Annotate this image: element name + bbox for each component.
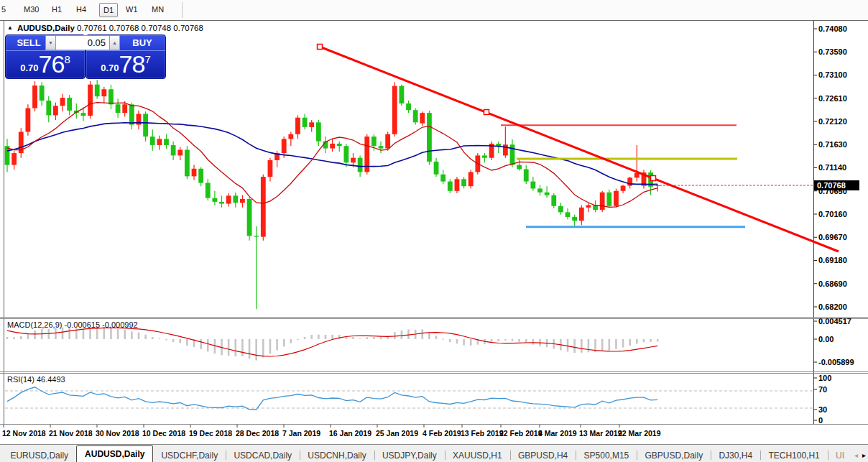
tabs-scroll-left-icon[interactable]: ◂ [854, 451, 858, 459]
date-axis-label: 7 Jan 2019 [282, 429, 320, 438]
date-axis-label: 13 Feb 2019 [461, 429, 504, 438]
chart-tab-USDCAD-Daily[interactable]: USDCAD,Daily [226, 448, 300, 462]
chart-tab-USDCHF-Daily[interactable]: USDCHF,Daily [153, 448, 226, 462]
bid-price-prefix: 0.70 [20, 63, 38, 73]
rsi-axis-label: 0 [818, 416, 823, 425]
bid-price-big: 76 [39, 52, 65, 76]
lot-size-spinner: ▼ 0.05 ▲ [45, 35, 120, 50]
date-axis-label: 22 Mar 2019 [618, 429, 661, 438]
descending-trendline[interactable] [320, 47, 839, 251]
sell-button-label: SELL [9, 35, 49, 50]
macd-label: MACD(12,26,9) -0.000615 -0.000992 [7, 320, 138, 329]
candlestick-series [5, 80, 660, 309]
date-axis-label: 22 Feb 2019 [499, 429, 542, 438]
price-axis-label: 0.73590 [818, 47, 847, 56]
date-axis-label: 28 Dec 2018 [236, 429, 279, 438]
chart-ohlc-values: 0.70761 0.70768 0.70748 0.70768 [77, 24, 203, 32]
rsi-axis-label: 100 [818, 374, 831, 382]
date-axis-label: 12 Nov 2018 [2, 429, 46, 438]
lot-size-input[interactable]: 0.05 [56, 35, 109, 50]
bid-price-pipette: 8 [64, 53, 70, 65]
chart-tab-USDCNH-Daily[interactable]: USDCNH,Daily [300, 448, 374, 462]
chart-tab-bar: EURUSD,DailyAUDUSD,DailyUSDCHF,DailyUSDC… [0, 444, 868, 462]
chart-tab-XAUUSD-H1[interactable]: XAUUSD,H1 [445, 448, 510, 462]
date-axis-label: 25 Jan 2019 [376, 429, 418, 438]
price-axis-label: 0.70160 [818, 210, 847, 218]
trendline-handle[interactable] [651, 176, 656, 181]
macd-axis-label: 0.004517 [818, 317, 851, 325]
trendline-handle[interactable] [318, 45, 323, 50]
ma-slow-line [7, 123, 657, 185]
trendline-handle[interactable] [484, 110, 489, 115]
date-axis-label: 4 Mar 2019 [538, 429, 577, 438]
date-axis-label: 4 Feb 2019 [423, 429, 461, 438]
date-axis-label: 19 Dec 2018 [189, 429, 232, 438]
date-axis-label: 13 Mar 2019 [579, 429, 622, 438]
rsi-axis-label: 70 [818, 385, 827, 394]
lot-increase-button[interactable]: ▲ [109, 35, 120, 50]
collapse-panel-icon[interactable]: ▲ [7, 24, 13, 31]
price-axis-label: 0.71630 [818, 140, 847, 149]
date-axis-label: 10 Dec 2018 [142, 429, 185, 438]
rsi-line [7, 387, 657, 410]
chart-tab-AUDUSD-Daily[interactable]: AUDUSD,Daily [76, 445, 153, 462]
ask-price-prefix: 0.70 [101, 63, 119, 73]
macd-axis-label: 0.00 [818, 335, 834, 343]
date-axis-label: 16 Jan 2019 [329, 429, 371, 438]
chart-tab-SP500-M15[interactable]: SP500,M15 [576, 448, 637, 462]
price-axis-label: 0.69180 [818, 256, 847, 264]
ask-price: 0.70 78 7 [86, 50, 165, 78]
axis-tick-marks [4, 29, 817, 428]
chart-tab-GBPUSD-Daily[interactable]: GBPUSD,Daily [637, 448, 711, 462]
rsi-label: RSI(14) 46.4493 [7, 375, 65, 384]
ask-price-big: 78 [119, 52, 145, 76]
current-price-tag: 0.70768 [814, 180, 859, 190]
price-axis-label: 0.71140 [818, 163, 846, 172]
ma-fast-line [7, 103, 657, 208]
price-axis-label: 0.68200 [818, 302, 847, 311]
chart-tab-EURUSD-Daily[interactable]: EURUSD,Daily [2, 448, 76, 462]
price-axis-label: 0.69670 [818, 233, 847, 241]
chart-tab-USDJPY-Daily[interactable]: USDJPY,Daily [374, 448, 445, 462]
macd-axis-label: -0.005899 [818, 358, 854, 366]
chart-tab-TECH100-H1[interactable]: TECH100,H1 [760, 448, 827, 462]
tabs-scroll-right-icon[interactable]: ▸ [862, 451, 866, 459]
price-axis-label: 0.68690 [818, 279, 847, 288]
date-axis-label: 30 Nov 2018 [96, 429, 139, 438]
buy-button-label: BUY [122, 35, 162, 50]
price-axis-label: 0.72610 [818, 94, 847, 103]
price-axis-label: 0.72120 [818, 117, 847, 126]
price-axis-label: 0.74080 [818, 24, 847, 33]
chart-tab-DJ30-H4[interactable]: DJ30,H4 [711, 448, 760, 462]
date-axis-label: 21 Nov 2018 [49, 429, 93, 438]
lot-decrease-button[interactable]: ▼ [45, 35, 56, 50]
bid-price: 0.70 76 8 [6, 50, 85, 78]
chart-tab-GBPUSD-H4[interactable]: GBPUSD,H4 [510, 448, 576, 462]
macd-histogram [6, 327, 659, 361]
chart-tab-UI[interactable]: UI [828, 448, 852, 462]
chart-title: ▲AUDUSD,Daily 0.70761 0.70768 0.70748 0.… [7, 24, 203, 32]
price-axis-label: 0.73100 [818, 70, 847, 79]
ask-price-pipette: 7 [144, 53, 150, 65]
rsi-axis-label: 30 [818, 405, 827, 414]
trading-platform-window: 5M30H1H4D1W1MN ▲AUDUSD,Daily 0.70761 0.7… [0, 0, 868, 462]
chart-symbol-label: AUDUSD,Daily [17, 24, 75, 32]
